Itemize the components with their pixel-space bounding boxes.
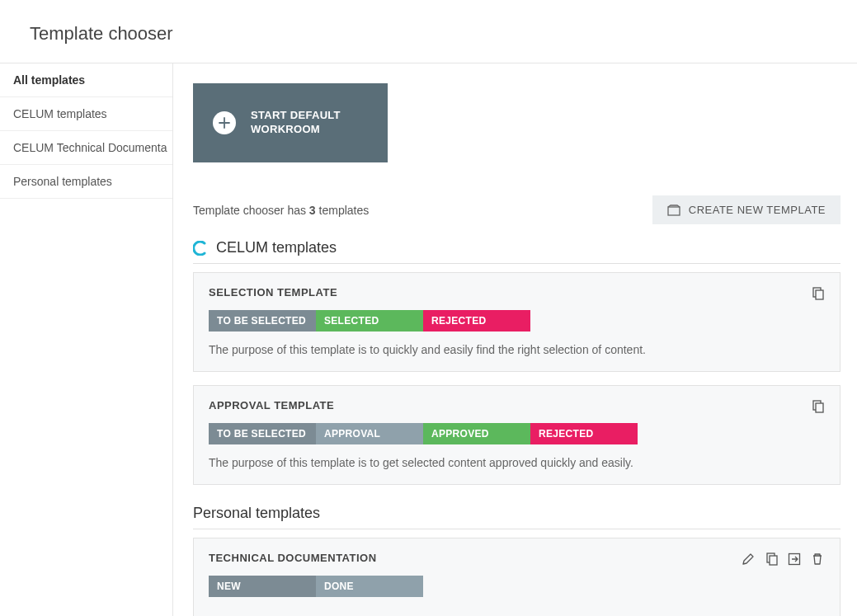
stage-pill: TO BE SELECTED xyxy=(209,423,316,444)
sidebar-item-3[interactable]: Personal templates xyxy=(0,165,172,199)
stage-pill: TO BE SELECTED xyxy=(209,310,316,332)
page-title: Template chooser xyxy=(30,23,827,45)
svg-rect-0 xyxy=(668,207,680,215)
stage-pill: REJECTED xyxy=(423,310,530,332)
template-card-title: SELECTION TEMPLATE xyxy=(209,286,337,299)
celum-logo-icon xyxy=(193,241,208,256)
section-title-1: Personal templates xyxy=(193,505,841,529)
plus-icon xyxy=(213,111,236,134)
template-card-actions xyxy=(810,399,825,414)
template-card-actions xyxy=(741,552,825,567)
svg-rect-2 xyxy=(816,290,823,299)
new-template-icon xyxy=(667,205,680,216)
copy-icon[interactable] xyxy=(810,399,825,414)
stage-pill: NEW xyxy=(209,576,316,597)
edit-icon[interactable] xyxy=(741,552,756,567)
template-card[interactable]: TECHNICAL DOCUMENTATIONNEWDONE xyxy=(193,538,841,616)
create-new-template-label: CREATE NEW TEMPLATE xyxy=(689,204,826,216)
template-stages: NEWDONE xyxy=(209,576,825,597)
template-count-summary: Template chooser has 3 templates xyxy=(193,204,369,217)
main-content: START DEFAULT WORKROOM Template chooser … xyxy=(173,63,857,616)
start-default-workroom-button[interactable]: START DEFAULT WORKROOM xyxy=(193,83,388,162)
stage-pill: APPROVED xyxy=(423,423,530,444)
sidebar-item-0[interactable]: All templates xyxy=(0,63,172,97)
template-stages: TO BE SELECTEDSELECTEDREJECTED xyxy=(209,310,825,332)
sidebar-item-2[interactable]: CELUM Technical Documenta xyxy=(0,131,172,165)
template-card-actions xyxy=(810,286,825,301)
template-card[interactable]: SELECTION TEMPLATETO BE SELECTEDSELECTED… xyxy=(193,272,841,372)
sidebar: All templatesCELUM templatesCELUM Techni… xyxy=(0,63,173,616)
template-stages: TO BE SELECTEDAPPROVALAPPROVEDREJECTED xyxy=(209,423,825,444)
template-card-title: APPROVAL TEMPLATE xyxy=(209,399,334,411)
delete-icon[interactable] xyxy=(810,552,825,567)
section-title-0: CELUM templates xyxy=(193,239,841,264)
export-icon[interactable] xyxy=(787,552,802,567)
stage-pill: REJECTED xyxy=(530,423,638,444)
stage-pill: APPROVAL xyxy=(316,423,423,444)
template-card-description: The purpose of this template is to quick… xyxy=(209,343,825,356)
svg-rect-6 xyxy=(770,556,777,565)
template-card[interactable]: APPROVAL TEMPLATETO BE SELECTEDAPPROVALA… xyxy=(193,385,841,485)
page-header: Template chooser xyxy=(0,0,857,63)
sidebar-item-1[interactable]: CELUM templates xyxy=(0,97,172,131)
stage-pill: SELECTED xyxy=(316,310,423,332)
template-card-description: The purpose of this template is to get s… xyxy=(209,456,825,469)
start-default-workroom-label: START DEFAULT WORKROOM xyxy=(251,109,368,137)
copy-icon[interactable] xyxy=(810,286,825,301)
svg-rect-4 xyxy=(816,403,823,412)
copy-icon[interactable] xyxy=(764,552,779,567)
create-new-template-button[interactable]: CREATE NEW TEMPLATE xyxy=(652,195,841,224)
template-card-title: TECHNICAL DOCUMENTATION xyxy=(209,552,377,564)
stage-pill: DONE xyxy=(316,576,423,597)
